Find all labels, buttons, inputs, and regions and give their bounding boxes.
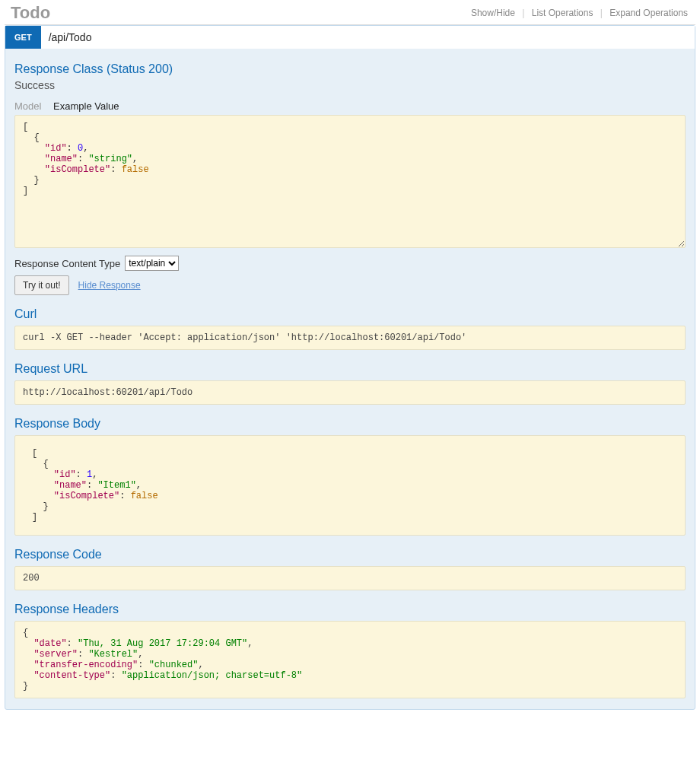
api-header: Todo Show/Hide | List Operations | Expan…	[5, 0, 695, 25]
content-type-select[interactable]: text/plain	[125, 256, 179, 271]
request-url-box: http://localhost:60201/api/Todo	[14, 380, 686, 405]
hide-response-link[interactable]: Hide Response	[78, 280, 141, 291]
toggle-showhide[interactable]: Show/Hide	[466, 8, 520, 18]
operation-bar[interactable]: GET /api/Todo	[5, 26, 695, 49]
response-code-box: 200	[14, 566, 686, 590]
expand-operations[interactable]: Expand Operations	[605, 8, 692, 18]
request-url-heading: Request URL	[14, 362, 686, 376]
try-it-out-button[interactable]: Try it out!	[14, 275, 69, 295]
curl-command: curl -X GET --header 'Accept: applicatio…	[14, 326, 686, 350]
response-headers-code: { "date": "Thu, 31 Aug 2017 17:29:04 GMT…	[14, 621, 686, 698]
response-body-code: [ { "id": 1, "name": "Item1", "isComplet…	[14, 435, 686, 536]
divider: |	[600, 8, 603, 18]
response-code-heading: Response Code	[14, 548, 686, 561]
response-class-subtext: Success	[14, 79, 686, 91]
api-title[interactable]: Todo	[11, 3, 50, 23]
operation-path: /api/Todo	[41, 26, 695, 49]
curl-heading: Curl	[14, 307, 686, 321]
tab-example-value[interactable]: Example Value	[53, 100, 119, 112]
response-body-heading: Response Body	[14, 417, 686, 431]
response-headers-heading: Response Headers	[14, 603, 686, 616]
operation-panel: GET /api/Todo Response Class (Status 200…	[5, 25, 695, 710]
tab-model[interactable]: Model	[14, 100, 41, 112]
response-class-heading: Response Class (Status 200)	[14, 62, 686, 76]
example-value-code[interactable]: [ { "id": 0, "name": "string", "isComple…	[14, 115, 686, 248]
schema-tabs: Model Example Value	[14, 100, 686, 112]
content-type-label: Response Content Type	[14, 258, 120, 269]
header-operations: Show/Hide | List Operations | Expand Ope…	[466, 8, 692, 18]
http-method-badge: GET	[5, 26, 41, 49]
divider: |	[522, 8, 524, 18]
list-operations[interactable]: List Operations	[527, 8, 598, 18]
